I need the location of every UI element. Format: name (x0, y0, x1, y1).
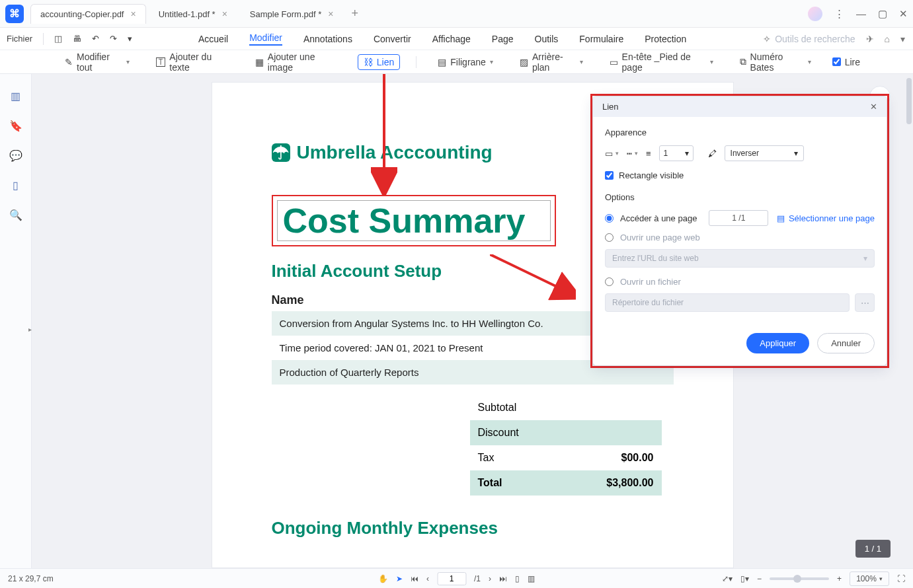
home-icon[interactable]: ⌂ (885, 34, 890, 44)
tab-2[interactable]: Untitled-1.pdf *× (149, 4, 237, 24)
ajouter-image-button[interactable]: ▦Ajouter une image (250, 50, 342, 75)
thickness-select[interactable]: 1▾ (659, 145, 694, 161)
send-icon[interactable]: ✈ (866, 34, 874, 44)
link-panel-highlight: Lien ✕ Apparence ▭▾ ┅▾ ≡ 1▾ 🖍 Inverser▾ … (590, 94, 889, 368)
open-web-radio[interactable] (605, 233, 614, 242)
single-page-icon[interactable]: ▯ (515, 574, 520, 583)
goto-page-label: Accéder à une page (620, 213, 697, 223)
vertical-scrollbar[interactable] (904, 74, 913, 568)
tab-1[interactable]: accounting-Copier.pdf× (30, 4, 146, 24)
window-close[interactable]: ✕ (899, 8, 908, 20)
page-number-input[interactable] (437, 572, 466, 585)
prev-page-icon[interactable]: ‹ (426, 574, 429, 583)
ajouter-texte-button[interactable]: 🅃Ajouter du texte (151, 50, 233, 75)
border-color-dropdown[interactable]: ▭▾ (605, 149, 619, 159)
search-tools[interactable]: ✧Outils de recherche (763, 34, 855, 44)
bookmark-icon[interactable]: 🔖 (9, 120, 22, 132)
tax-label: Tax (478, 452, 495, 464)
open-file-label: Ouvrir un fichier (620, 277, 681, 287)
filigrane-button[interactable]: ▤Filigrane▾ (432, 55, 498, 69)
menu-convertir[interactable]: Convertir (374, 34, 411, 44)
search-icon[interactable]: 🔍 (9, 209, 22, 221)
umbrella-icon: ☂ (272, 143, 290, 162)
url-input: Entrez l'URL du site web▾ (605, 249, 875, 268)
open-file-radio[interactable] (605, 277, 614, 286)
lire-label: Lire (845, 57, 860, 67)
rectangle-visible-check[interactable]: Rectangle visible (605, 170, 875, 180)
link-icon: ⛓ (364, 57, 373, 67)
quickbar-dropdown-icon[interactable]: ▾ (128, 34, 132, 44)
menu-protection[interactable]: Protection (645, 34, 686, 44)
hand-tool-icon[interactable]: ✋ (378, 574, 388, 583)
apply-button[interactable]: Appliquer (746, 333, 809, 353)
section-options: Options (605, 192, 875, 202)
invert-select[interactable]: Inverser▾ (725, 145, 804, 161)
background-icon: ▨ (520, 57, 528, 67)
goto-page-input[interactable]: 1 /1 (709, 210, 768, 226)
first-page-icon[interactable]: ⏮ (411, 574, 418, 583)
menu-page[interactable]: Page (492, 34, 514, 44)
statusbar: 21 x 29,7 cm ✋ ➤ ⏮ ‹ /1 › ⏭ ▯ ▥ ⤢▾ ▯▾ − … (0, 568, 913, 588)
continuous-page-icon[interactable]: ▥ (528, 574, 535, 583)
window-menu-icon[interactable]: ⋮ (834, 8, 844, 20)
scrollbar-thumb[interactable] (906, 78, 912, 124)
lire-checkbox[interactable] (832, 57, 841, 66)
redo-icon[interactable]: ↷ (110, 34, 117, 44)
last-page-icon[interactable]: ⏭ (499, 574, 507, 583)
link-selection-highlight[interactable]: Cost Summary (272, 195, 556, 246)
menu-formulaire[interactable]: Formulaire (579, 34, 623, 44)
view-mode-icon[interactable]: ▯▾ (740, 574, 749, 583)
select-tool-icon[interactable]: ➤ (396, 574, 403, 583)
tab-3-close[interactable]: × (328, 9, 333, 19)
attachment-icon[interactable]: ▯ (13, 179, 19, 192)
chevron-down-icon: ▾ (710, 58, 713, 65)
tab-3[interactable]: Sample Form.pdf *× (240, 4, 344, 24)
window-minimize[interactable]: — (856, 8, 866, 19)
menu-annotations[interactable]: Annotations (303, 34, 352, 44)
next-page-icon[interactable]: › (489, 574, 491, 583)
fullscreen-icon[interactable]: ⛶ (897, 574, 905, 583)
menu-chevron-icon[interactable]: ▾ (900, 34, 905, 44)
zoom-slider[interactable] (770, 577, 829, 580)
main-menu: Accueil Modifier Annotations Convertir A… (198, 28, 686, 50)
select-page-link[interactable]: ▤Sélectionner une page (777, 213, 875, 223)
undo-icon[interactable]: ↶ (92, 34, 99, 44)
print-icon[interactable]: 🖶 (73, 34, 81, 44)
lien-button[interactable]: ⛓Lien (358, 54, 400, 70)
cancel-button[interactable]: Annuler (817, 333, 875, 353)
zoom-out-icon[interactable]: − (757, 574, 762, 583)
zoom-value[interactable]: 100%▾ (850, 571, 889, 586)
browse-file-button[interactable]: ⋯ (855, 293, 875, 312)
left-rail: ▥ 🔖 💬 ▯ 🔍 (0, 74, 32, 568)
modifier-tout-button[interactable]: ✎Modifier tout▾ (60, 50, 135, 75)
window-maximize[interactable]: ▢ (878, 8, 887, 20)
menu-affichage[interactable]: Affichage (432, 34, 471, 44)
header-icon: ▭ (610, 57, 618, 67)
zoom-in-icon[interactable]: + (837, 574, 842, 583)
open-icon[interactable]: ◫ (54, 34, 62, 44)
numero-bates-button[interactable]: ⧉Numéro Bates▾ (734, 50, 816, 75)
new-tab-button[interactable]: + (346, 7, 364, 20)
goto-page-radio[interactable] (605, 214, 614, 223)
tab-1-close[interactable]: × (130, 9, 136, 19)
section-appearance: Apparence (605, 128, 875, 137)
thumbnails-icon[interactable]: ▥ (11, 90, 20, 102)
bates-icon: ⧉ (740, 56, 746, 67)
file-menu[interactable]: Fichier (7, 34, 32, 44)
arriere-plan-button[interactable]: ▨Arrière-plan▾ (514, 50, 588, 75)
menu-modifier[interactable]: Modifier (249, 32, 282, 46)
menu-accueil[interactable]: Accueil (198, 34, 228, 44)
entete-button[interactable]: ▭En-tête _Pied de page▾ (604, 50, 719, 75)
user-avatar[interactable] (808, 7, 822, 21)
chevron-down-icon: ▾ (490, 58, 493, 65)
link-panel: Lien ✕ Apparence ▭▾ ┅▾ ≡ 1▾ 🖍 Inverser▾ … (592, 96, 887, 366)
border-style-dropdown[interactable]: ┅▾ (627, 149, 638, 159)
tab-2-close[interactable]: × (222, 9, 227, 19)
menu-outils[interactable]: Outils (535, 34, 559, 44)
fit-width-icon[interactable]: ⤢▾ (722, 574, 733, 583)
totals-table: Subtotal Discount Tax$00.00 Total$3,800.… (470, 395, 662, 496)
page-indicator-pill: 1 / 1 (855, 540, 891, 558)
comment-icon[interactable]: 💬 (9, 149, 22, 162)
annotation-arrow-down (371, 74, 397, 196)
panel-close-button[interactable]: ✕ (870, 102, 877, 112)
